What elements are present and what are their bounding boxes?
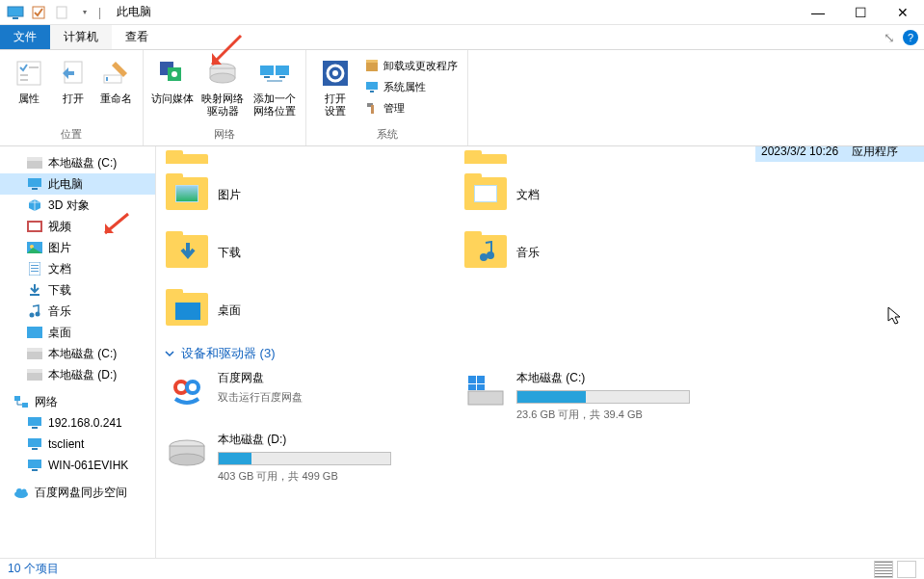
close-button[interactable]: ✕ — [882, 0, 924, 25]
doc-icon — [27, 261, 42, 276]
qat-dropdown-icon[interactable]: ▾ — [75, 3, 94, 22]
blank-doc-icon[interactable] — [52, 3, 71, 22]
drive-icon — [207, 58, 238, 89]
svg-point-62 — [487, 251, 494, 259]
drive-c[interactable]: 本地磁盘 (C:) 23.6 GB 可用，共 39.4 GB — [464, 370, 705, 422]
gear-icon — [320, 58, 351, 89]
folder-icon — [166, 231, 208, 274]
monitor-icon[interactable] — [6, 3, 25, 22]
view-switcher — [874, 561, 916, 578]
nav-win[interactable]: WIN-061EVIHK — [0, 455, 155, 476]
details-view-icon[interactable] — [874, 561, 893, 578]
cube-icon — [27, 197, 42, 213]
tab-view[interactable]: 查看 — [112, 25, 162, 49]
svg-rect-46 — [27, 352, 42, 359]
svg-rect-3 — [57, 7, 66, 18]
folder-pictures[interactable]: 图片 — [166, 168, 407, 222]
section-devices[interactable]: 设备和驱动器 (3) — [164, 345, 914, 362]
drive-d[interactable]: 本地磁盘 (D:) 403 GB 可用，共 499 GB — [166, 432, 407, 484]
drive-baidu[interactable]: 百度网盘 双击运行百度网盘 — [166, 370, 407, 422]
svg-point-43 — [30, 313, 35, 318]
nav-downloads[interactable]: 下载 — [0, 279, 155, 301]
rename-label: 重命名 — [100, 92, 132, 105]
monitors-icon — [259, 58, 290, 89]
svg-rect-20 — [279, 76, 285, 78]
svg-rect-66 — [468, 376, 476, 383]
folder-desktop[interactable]: 桌面 — [166, 283, 407, 337]
nav-documents[interactable]: 文档 — [0, 258, 155, 279]
nav-desktop[interactable]: 桌面 — [0, 322, 155, 343]
svg-rect-56 — [28, 460, 41, 468]
uninstall-button[interactable]: 卸载或更改程序 — [360, 56, 462, 75]
add-location-label: 添加一个 网络位置 — [253, 92, 296, 118]
folder-music[interactable]: 音乐 — [464, 225, 705, 279]
folder-documents[interactable]: 文档 — [464, 168, 705, 222]
window-controls: — ☐ ✕ — [797, 0, 924, 25]
nav-local-d[interactable]: 本地磁盘 (D:) — [0, 364, 155, 385]
properties-button[interactable]: 属性 — [6, 54, 52, 125]
open-settings-button[interactable]: 打开 设置 — [312, 54, 358, 125]
tab-computer[interactable]: 计算机 — [50, 25, 112, 49]
svg-rect-7 — [20, 79, 28, 81]
cell-date: 2023/3/2 10:26 — [755, 145, 852, 158]
nav-network[interactable]: 网络 — [0, 391, 155, 412]
nav-local-c[interactable]: 本地磁盘 (C:) — [0, 152, 155, 173]
drive-icon — [27, 346, 42, 361]
nav-tsclient[interactable]: tsclient — [0, 434, 155, 455]
content-area[interactable]: 图片 文档 下载 音乐 桌面 设备和驱动器 ( — [156, 146, 924, 558]
nav-pictures[interactable]: 图片 — [0, 237, 155, 258]
map-drive-label: 映射网络 驱动器 — [201, 92, 244, 118]
pc-icon — [27, 458, 42, 473]
svg-rect-57 — [32, 469, 38, 471]
svg-rect-39 — [31, 265, 39, 266]
open-settings-label: 打开 设置 — [325, 92, 346, 118]
add-location-button[interactable]: 添加一个 网络位置 — [250, 54, 300, 125]
explorer-body: 本地磁盘 (C:) 此电脑 3D 对象 视频 图片 文档 下载 音乐 桌面 本地… — [0, 146, 924, 558]
svg-rect-0 — [8, 7, 23, 16]
manage-button[interactable]: 管理 — [360, 98, 462, 118]
open-button[interactable]: 打开 — [54, 54, 92, 125]
folder-label: 下载 — [218, 245, 241, 261]
svg-rect-31 — [27, 157, 42, 161]
access-media-button[interactable]: 访问媒体 — [149, 54, 196, 125]
svg-rect-19 — [264, 76, 270, 78]
svg-rect-54 — [28, 438, 41, 447]
folder-label: 图片 — [218, 187, 241, 203]
maximize-button[interactable]: ☐ — [839, 0, 882, 25]
folder-item[interactable] — [166, 146, 407, 164]
capacity-bar — [218, 452, 391, 465]
windows-drive-icon — [464, 370, 507, 412]
nav-this-pc[interactable]: 此电脑 — [0, 173, 155, 195]
music-icon — [27, 303, 42, 319]
ribbon-group-network: 访问媒体 映射网络 驱动器 添加一个 网络位置 网络 — [144, 50, 306, 145]
nav-local-c2[interactable]: 本地磁盘 (C:) — [0, 343, 155, 364]
folder-item[interactable] — [464, 146, 705, 164]
help-icon[interactable]: ? — [903, 30, 918, 45]
nav-ip[interactable]: 192.168.0.241 — [0, 412, 155, 434]
svg-rect-45 — [27, 327, 42, 338]
ribbon: 属性 打开 重命名 位置 访问媒体 映射网络 驱动器 — [0, 50, 924, 146]
nav-videos[interactable]: 视频 — [0, 216, 155, 237]
folder-icon — [166, 150, 208, 164]
rename-button[interactable]: 重命名 — [94, 54, 137, 125]
nav-3d-objects[interactable]: 3D 对象 — [0, 195, 155, 216]
map-drive-button[interactable]: 映射网络 驱动器 — [198, 54, 248, 125]
system-props-button[interactable]: 系统属性 — [360, 77, 462, 96]
large-icons-view-icon[interactable] — [897, 561, 916, 578]
nav-baidu[interactable]: 百度网盘同步空间 — [0, 482, 155, 503]
navigation-pane[interactable]: 本地磁盘 (C:) 此电脑 3D 对象 视频 图片 文档 下载 音乐 桌面 本地… — [0, 146, 156, 558]
chevron-down-icon — [164, 348, 175, 359]
nav-music[interactable]: 音乐 — [0, 301, 155, 322]
svg-point-13 — [172, 71, 177, 77]
svg-rect-5 — [29, 66, 39, 68]
folder-downloads[interactable]: 下载 — [166, 225, 407, 279]
minimize-ribbon-icon[interactable]: ⤡ — [884, 30, 895, 45]
svg-point-60 — [22, 489, 27, 494]
folder-label: 音乐 — [516, 245, 540, 261]
tab-file[interactable]: 文件 — [0, 25, 50, 49]
checkbox-icon[interactable] — [29, 3, 48, 22]
section-devices-label: 设备和驱动器 (3) — [181, 345, 276, 362]
svg-point-44 — [36, 312, 40, 317]
minimize-button[interactable]: — — [797, 0, 839, 25]
monitor-small-icon — [364, 79, 380, 94]
